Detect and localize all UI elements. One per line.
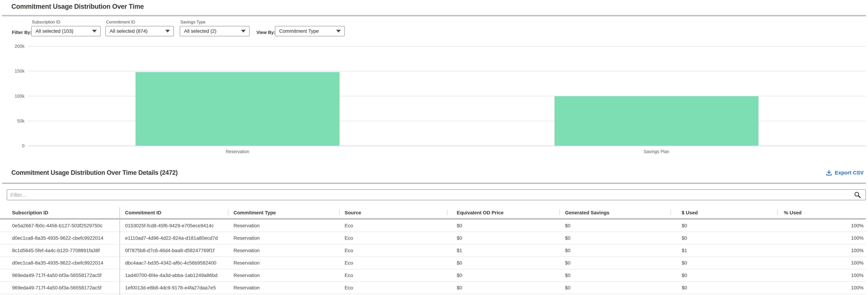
y-axis-tick-label: 0: [0, 143, 25, 149]
cell-subscription-id: 969eda49-717f-4a50-bf3a-56558172ac5f: [0, 269, 120, 282]
usage-progress-bar: [784, 237, 848, 239]
cell-commitment-type: Reservation: [228, 244, 339, 257]
cell-dollar-used: $0: [671, 219, 777, 232]
column-header-commitment-id: Commitment ID: [120, 207, 228, 218]
cell-equivalent-od-price: $0: [447, 269, 559, 282]
chevron-down-icon: [241, 30, 246, 33]
cell-pct-used: 100%: [777, 269, 866, 282]
chart-bar-reservation: [135, 72, 340, 146]
y-axis-tick-label: 50k: [0, 118, 25, 124]
cell-generated-savings: $0: [559, 269, 671, 282]
cell-pct-used: 100%: [777, 282, 866, 294]
details-title: Commitment Usage Distribution Over Time …: [11, 169, 178, 176]
cell-subscription-id: d0ec1ca8-8a35-4935-9622-cbefc9922014: [0, 232, 120, 244]
section-divider: [2, 15, 866, 16]
cell-commitment-id: 1ad40700-6f4e-4a3d-abba-1ab1249a86bd: [120, 269, 228, 282]
table-header-row: Subscription ID Commitment ID Commitment…: [0, 207, 866, 219]
cell-equivalent-od-price: $0: [447, 219, 559, 232]
export-csv-label: Export CSV: [835, 170, 864, 176]
cell-generated-savings: $0: [559, 282, 671, 294]
details-table: Subscription ID Commitment ID Commitment…: [0, 207, 866, 295]
usage-progress-bar: [784, 274, 848, 277]
column-header-commitment-type: Commitment Type: [228, 207, 339, 218]
column-separator: [120, 207, 120, 295]
cell-commitment-type: Reservation: [228, 257, 339, 269]
cell-commitment-id: e1110ad7-4d96-4d22-824a-d181a80ecd7d: [120, 232, 228, 244]
y-axis-tick-label: 150k: [0, 68, 25, 74]
table-row: d0ec1ca8-8a35-4935-9622-cbefc9922014 e11…: [0, 232, 866, 244]
column-header-pct-used: % Used: [777, 207, 866, 218]
cell-equivalent-od-price: $0: [447, 282, 559, 294]
usage-percent-label: 100%: [851, 248, 864, 253]
search-icon: [854, 191, 861, 199]
section-divider: [2, 183, 866, 184]
chart-gridline: [28, 46, 866, 47]
download-icon: [826, 169, 832, 176]
cell-generated-savings: $0: [559, 232, 671, 244]
cell-source: Eco: [339, 269, 447, 282]
cell-commitment-id: 1ef0013d-e8b8-4dc9-9178-e4fa27daa7e5: [120, 282, 228, 294]
chart-gridline: [28, 71, 866, 71]
column-header-source: Source: [339, 207, 447, 218]
table-row: d0ec1ca8-8a35-4935-9622-cbefc9922014 dbc…: [0, 257, 866, 269]
chevron-down-icon: [336, 30, 341, 33]
usage-progress-bar: [784, 262, 848, 264]
column-header-equivalent-od-price: Equivalent OD Price: [447, 207, 559, 218]
cell-generated-savings: $0: [559, 219, 671, 232]
table-row: 8c1d5645-5fef-4a4c-b120-7708891fa38f 0f7…: [0, 244, 866, 257]
cell-generated-savings: $0: [559, 244, 671, 257]
cell-commitment-id: dbc4aac7-bd35-4342-af6c-4c56b9582400: [120, 257, 228, 269]
usage-percent-label: 100%: [851, 260, 864, 266]
commitment-usage-page: Commitment Usage Distribution Over Time …: [0, 0, 868, 295]
cell-commitment-id: 0f7875b8-d7c6-46d4-baa8-d58247769f1f: [120, 244, 228, 257]
chevron-down-icon: [92, 30, 97, 33]
savings-type-filter-label: Savings Type: [180, 20, 206, 25]
table-filter-input[interactable]: [7, 189, 866, 200]
view-by-dropdown[interactable]: Commitment Type: [275, 26, 345, 36]
cell-commitment-type: Reservation: [228, 269, 339, 282]
cell-commitment-type: Reservation: [228, 282, 339, 294]
table-body: 0e5a2667-fb0c-4456-b127-503f2529750c 015…: [0, 219, 866, 294]
cell-pct-used: 100%: [777, 257, 866, 269]
cell-pct-used: 100%: [777, 244, 866, 257]
cell-pct-used: 100%: [777, 219, 866, 232]
commitment-id-dropdown[interactable]: All selected (874): [105, 26, 174, 36]
commitment-id-dropdown-value: All selected (874): [110, 28, 148, 34]
cell-equivalent-od-price: $0: [447, 232, 559, 244]
y-axis-tick-label: 200k: [0, 43, 25, 49]
cell-commitment-type: Reservation: [228, 232, 339, 244]
table-row: 969eda49-717f-4a50-bf3a-56558172ac5f 1ad…: [0, 269, 866, 282]
commitment-id-filter-label: Commitment ID: [106, 20, 135, 25]
table-row: 969eda49-717f-4a50-bf3a-56558172ac5f 1ef…: [0, 282, 866, 294]
filter-by-label: Filter By:: [12, 30, 32, 35]
cell-source: Eco: [339, 219, 447, 232]
x-axis-category-label: Savings Plan: [644, 149, 669, 154]
usage-percent-label: 100%: [851, 235, 864, 241]
cell-dollar-used: $0: [671, 232, 777, 244]
table-filter-wrap: [7, 189, 866, 200]
subscription-id-dropdown[interactable]: All selected (103): [31, 26, 101, 36]
details-header: Commitment Usage Distribution Over Time …: [11, 169, 864, 176]
cell-subscription-id: d0ec1ca8-8a35-4935-9622-cbefc9922014: [0, 257, 120, 269]
cell-commitment-type: Reservation: [228, 219, 339, 232]
page-title: Commitment Usage Distribution Over Time: [11, 3, 144, 10]
usage-percent-label: 100%: [851, 285, 864, 291]
table-row: 0e5a2667-fb0c-4456-b127-503f2529750c 015…: [0, 219, 866, 232]
view-by-dropdown-value: Commitment Type: [279, 28, 319, 34]
cell-subscription-id: 969eda49-717f-4a50-bf3a-56558172ac5f: [0, 282, 120, 294]
cell-source: Eco: [339, 244, 447, 257]
cell-pct-used: 100%: [777, 232, 866, 244]
cell-generated-savings: $0: [559, 257, 671, 269]
cell-dollar-used: $0: [671, 257, 777, 269]
cell-subscription-id: 8c1d5645-5fef-4a4c-b120-7708891fa38f: [0, 244, 120, 257]
column-header-subscription-id: Subscription ID: [0, 207, 120, 218]
savings-type-dropdown[interactable]: All selected (2): [180, 26, 250, 36]
export-csv-button[interactable]: Export CSV: [826, 169, 864, 176]
cell-source: Eco: [339, 282, 447, 294]
filter-controls-row: Filter By: Subscription ID All selected …: [0, 20, 868, 37]
cell-dollar-used: $1: [671, 244, 777, 257]
savings-type-dropdown-value: All selected (2): [184, 28, 216, 34]
usage-percent-label: 100%: [851, 273, 864, 278]
bar-chart: 200k150k100k50k0ReservationSavings Plan: [0, 42, 868, 161]
usage-progress-bar: [784, 225, 848, 227]
